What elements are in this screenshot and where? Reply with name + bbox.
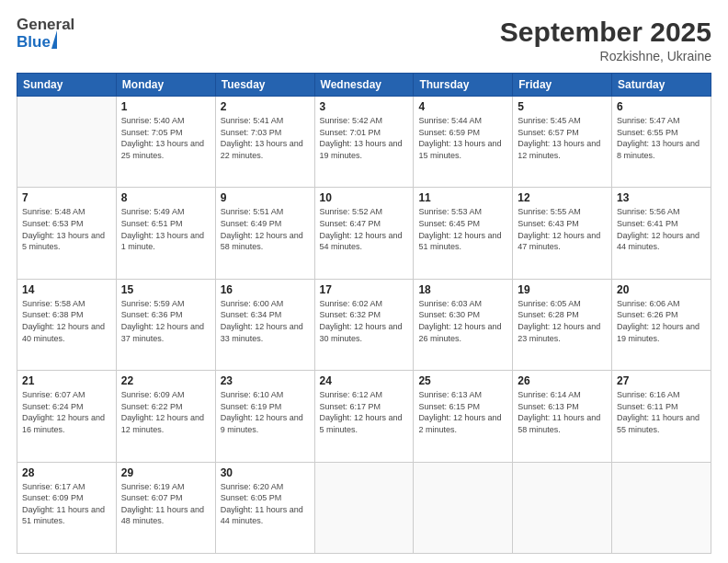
col-saturday: Saturday	[612, 74, 711, 97]
day-number: 8	[121, 191, 210, 204]
page: General Blue September 2025 Rozkishne, U…	[0, 0, 728, 563]
day-number: 2	[221, 100, 310, 113]
day-number: 4	[418, 100, 507, 113]
table-row: 16Sunrise: 6:00 AM Sunset: 6:34 PM Dayli…	[215, 279, 314, 370]
day-detail: Sunrise: 6:07 AM Sunset: 6:24 PM Dayligh…	[22, 389, 111, 435]
logo-text: General Blue	[17, 17, 74, 51]
day-detail: Sunrise: 5:48 AM Sunset: 6:53 PM Dayligh…	[22, 206, 111, 252]
table-row: 15Sunrise: 5:59 AM Sunset: 6:36 PM Dayli…	[116, 279, 215, 370]
day-number: 12	[518, 191, 607, 204]
table-row: 26Sunrise: 6:14 AM Sunset: 6:13 PM Dayli…	[513, 371, 612, 462]
calendar-week-row: 1Sunrise: 5:40 AM Sunset: 7:05 PM Daylig…	[17, 97, 711, 188]
table-row: 30Sunrise: 6:20 AM Sunset: 6:05 PM Dayli…	[215, 462, 314, 553]
table-row: 24Sunrise: 6:12 AM Sunset: 6:17 PM Dayli…	[314, 371, 414, 462]
day-detail: Sunrise: 5:53 AM Sunset: 6:45 PM Dayligh…	[418, 206, 507, 252]
table-row: 5Sunrise: 5:45 AM Sunset: 6:57 PM Daylig…	[513, 97, 612, 188]
logo-blue: Blue	[17, 34, 51, 50]
table-row: 21Sunrise: 6:07 AM Sunset: 6:24 PM Dayli…	[17, 371, 117, 462]
calendar-table: Sunday Monday Tuesday Wednesday Thursday…	[17, 73, 711, 554]
table-row	[513, 462, 612, 553]
day-detail: Sunrise: 5:49 AM Sunset: 6:51 PM Dayligh…	[121, 206, 210, 252]
day-number: 26	[518, 374, 607, 387]
table-row	[314, 462, 414, 553]
day-detail: Sunrise: 6:06 AM Sunset: 6:26 PM Dayligh…	[617, 298, 706, 344]
col-thursday: Thursday	[414, 74, 513, 97]
calendar-week-row: 14Sunrise: 5:58 AM Sunset: 6:38 PM Dayli…	[17, 279, 711, 370]
table-row: 11Sunrise: 5:53 AM Sunset: 6:45 PM Dayli…	[414, 188, 513, 279]
table-row: 18Sunrise: 6:03 AM Sunset: 6:30 PM Dayli…	[414, 279, 513, 370]
day-number: 9	[221, 191, 310, 204]
day-number: 30	[221, 466, 310, 479]
day-detail: Sunrise: 6:03 AM Sunset: 6:30 PM Dayligh…	[418, 298, 507, 344]
day-detail: Sunrise: 6:20 AM Sunset: 6:05 PM Dayligh…	[221, 481, 310, 527]
table-row: 23Sunrise: 6:10 AM Sunset: 6:19 PM Dayli…	[215, 371, 314, 462]
table-row: 27Sunrise: 6:16 AM Sunset: 6:11 PM Dayli…	[612, 371, 711, 462]
day-detail: Sunrise: 5:42 AM Sunset: 7:01 PM Dayligh…	[320, 115, 409, 161]
day-number: 24	[320, 374, 409, 387]
day-number: 19	[518, 283, 607, 296]
table-row: 17Sunrise: 6:02 AM Sunset: 6:32 PM Dayli…	[314, 279, 414, 370]
col-friday: Friday	[513, 74, 612, 97]
table-row: 12Sunrise: 5:55 AM Sunset: 6:43 PM Dayli…	[513, 188, 612, 279]
col-sunday: Sunday	[17, 74, 117, 97]
table-row: 1Sunrise: 5:40 AM Sunset: 7:05 PM Daylig…	[116, 97, 215, 188]
table-row: 8Sunrise: 5:49 AM Sunset: 6:51 PM Daylig…	[116, 188, 215, 279]
day-number: 11	[418, 191, 507, 204]
day-detail: Sunrise: 5:56 AM Sunset: 6:41 PM Dayligh…	[617, 206, 706, 252]
day-number: 25	[418, 374, 507, 387]
day-number: 23	[221, 374, 310, 387]
day-detail: Sunrise: 6:09 AM Sunset: 6:22 PM Dayligh…	[121, 389, 210, 435]
day-number: 13	[617, 191, 706, 204]
table-row: 14Sunrise: 5:58 AM Sunset: 6:38 PM Dayli…	[17, 279, 117, 370]
day-number: 22	[121, 374, 210, 387]
table-row: 20Sunrise: 6:06 AM Sunset: 6:26 PM Dayli…	[612, 279, 711, 370]
table-row	[17, 97, 117, 188]
table-row: 13Sunrise: 5:56 AM Sunset: 6:41 PM Dayli…	[612, 188, 711, 279]
day-detail: Sunrise: 6:16 AM Sunset: 6:11 PM Dayligh…	[617, 389, 706, 435]
day-detail: Sunrise: 6:13 AM Sunset: 6:15 PM Dayligh…	[418, 389, 507, 435]
table-row: 10Sunrise: 5:52 AM Sunset: 6:47 PM Dayli…	[314, 188, 414, 279]
col-wednesday: Wednesday	[314, 74, 414, 97]
col-monday: Monday	[116, 74, 215, 97]
table-row: 22Sunrise: 6:09 AM Sunset: 6:22 PM Dayli…	[116, 371, 215, 462]
calendar-week-row: 7Sunrise: 5:48 AM Sunset: 6:53 PM Daylig…	[17, 188, 711, 279]
day-detail: Sunrise: 5:58 AM Sunset: 6:38 PM Dayligh…	[22, 298, 111, 344]
day-number: 28	[22, 466, 111, 479]
day-detail: Sunrise: 5:55 AM Sunset: 6:43 PM Dayligh…	[518, 206, 607, 252]
day-number: 5	[518, 100, 607, 113]
day-number: 10	[320, 191, 409, 204]
day-detail: Sunrise: 6:19 AM Sunset: 6:07 PM Dayligh…	[121, 481, 210, 527]
day-detail: Sunrise: 6:00 AM Sunset: 6:34 PM Dayligh…	[221, 298, 310, 344]
day-detail: Sunrise: 5:44 AM Sunset: 6:59 PM Dayligh…	[418, 115, 507, 161]
day-detail: Sunrise: 5:47 AM Sunset: 6:55 PM Dayligh…	[617, 115, 706, 161]
day-number: 18	[418, 283, 507, 296]
table-row: 4Sunrise: 5:44 AM Sunset: 6:59 PM Daylig…	[414, 97, 513, 188]
col-tuesday: Tuesday	[215, 74, 314, 97]
day-number: 1	[121, 100, 210, 113]
day-detail: Sunrise: 5:59 AM Sunset: 6:36 PM Dayligh…	[121, 298, 210, 344]
day-number: 7	[22, 191, 111, 204]
table-row	[612, 462, 711, 553]
logo: General Blue	[17, 17, 74, 51]
day-detail: Sunrise: 5:45 AM Sunset: 6:57 PM Dayligh…	[518, 115, 607, 161]
day-number: 27	[617, 374, 706, 387]
calendar-week-row: 28Sunrise: 6:17 AM Sunset: 6:09 PM Dayli…	[17, 462, 711, 553]
day-number: 15	[121, 283, 210, 296]
table-row: 28Sunrise: 6:17 AM Sunset: 6:09 PM Dayli…	[17, 462, 117, 553]
table-row: 7Sunrise: 5:48 AM Sunset: 6:53 PM Daylig…	[17, 188, 117, 279]
day-detail: Sunrise: 6:02 AM Sunset: 6:32 PM Dayligh…	[320, 298, 409, 344]
day-number: 16	[221, 283, 310, 296]
table-row: 3Sunrise: 5:42 AM Sunset: 7:01 PM Daylig…	[314, 97, 414, 188]
day-detail: Sunrise: 6:10 AM Sunset: 6:19 PM Dayligh…	[221, 389, 310, 435]
month-title: September 2025	[500, 17, 711, 47]
day-detail: Sunrise: 6:17 AM Sunset: 6:09 PM Dayligh…	[22, 481, 111, 527]
table-row: 6Sunrise: 5:47 AM Sunset: 6:55 PM Daylig…	[612, 97, 711, 188]
day-detail: Sunrise: 6:12 AM Sunset: 6:17 PM Dayligh…	[320, 389, 409, 435]
table-row: 19Sunrise: 6:05 AM Sunset: 6:28 PM Dayli…	[513, 279, 612, 370]
logo-triangle-icon	[51, 30, 57, 49]
day-number: 3	[320, 100, 409, 113]
day-number: 14	[22, 283, 111, 296]
calendar-week-row: 21Sunrise: 6:07 AM Sunset: 6:24 PM Dayli…	[17, 371, 711, 462]
day-detail: Sunrise: 5:41 AM Sunset: 7:03 PM Dayligh…	[221, 115, 310, 161]
day-number: 21	[22, 374, 111, 387]
